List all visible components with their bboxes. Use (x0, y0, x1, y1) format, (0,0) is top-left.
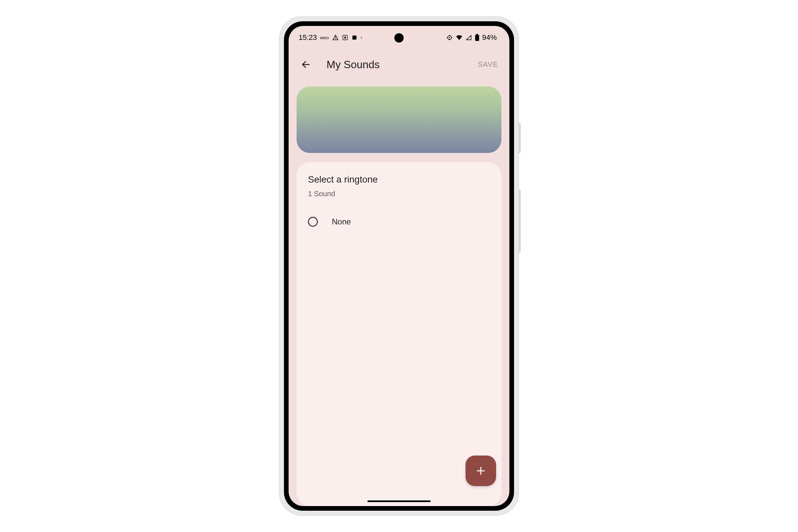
list-heading: Select a ringtone (308, 174, 490, 185)
svg-rect-3 (344, 37, 346, 39)
content-area: Select a ringtone 1 Sound None (289, 80, 509, 506)
svg-rect-8 (476, 34, 478, 35)
volume-button (519, 190, 521, 253)
back-button[interactable] (299, 57, 313, 72)
list-subheading: 1 Sound (308, 190, 490, 198)
svg-point-0 (335, 39, 336, 39)
save-button[interactable]: SAVE (476, 58, 499, 72)
add-sound-fab[interactable] (466, 456, 496, 486)
screen: 15:23 eero • (289, 26, 509, 506)
battery-percentage: 94% (482, 33, 497, 42)
gesture-nav-bar[interactable] (367, 500, 431, 502)
radio-unchecked-icon (308, 217, 318, 227)
status-carrier: eero (320, 35, 329, 40)
arrow-left-icon (301, 59, 311, 70)
warning-icon (332, 34, 339, 41)
app-bar: My Sounds SAVE (289, 49, 509, 80)
plus-icon (475, 465, 487, 477)
wifi-icon (456, 34, 463, 41)
svg-point-6 (449, 37, 450, 38)
ringtone-list-card: Select a ringtone 1 Sound None (297, 162, 501, 506)
ringtone-item-none[interactable]: None (308, 217, 490, 227)
page-title: My Sounds (326, 58, 476, 71)
status-left: 15:23 eero • (299, 33, 362, 42)
phone-bezel: 15:23 eero • (284, 21, 514, 511)
dot-icon: • (361, 36, 362, 40)
location-icon (446, 34, 453, 41)
hero-gradient-card (297, 87, 501, 153)
svg-rect-4 (353, 36, 357, 40)
status-right: 94% (446, 33, 497, 42)
svg-rect-1 (335, 37, 336, 38)
phone-frame: 15:23 eero • (279, 17, 519, 515)
status-time: 15:23 (299, 33, 317, 42)
square-icon (352, 35, 358, 41)
app-notification-icon (342, 35, 348, 41)
power-button (519, 123, 521, 153)
battery-icon (475, 34, 479, 41)
signal-icon (466, 34, 472, 41)
ringtone-label: None (332, 217, 351, 226)
front-camera (394, 33, 404, 42)
svg-rect-7 (475, 35, 479, 41)
